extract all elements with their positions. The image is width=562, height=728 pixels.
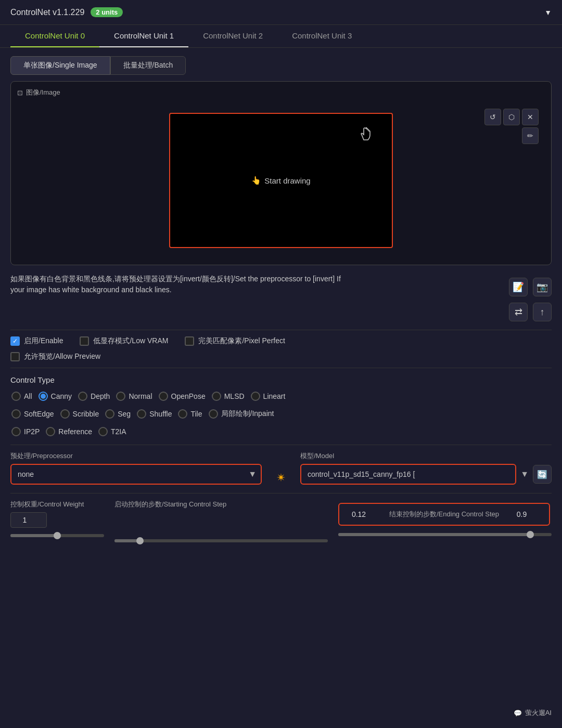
radio-openpose-label: OpenPose	[171, 392, 206, 400]
radio-tile-circle[interactable]	[178, 409, 187, 419]
edit-icon-btn[interactable]: 📝	[509, 278, 528, 296]
radio-reference[interactable]: Reference	[45, 425, 93, 438]
swap-icon-btn[interactable]: ⇄	[509, 303, 528, 321]
model-label: 模型/Model	[300, 451, 552, 461]
edit-button[interactable]: ✏	[522, 127, 539, 144]
ending-step-slider[interactable]	[338, 533, 552, 536]
starting-step-input[interactable]	[344, 507, 381, 522]
pixel-perfect-label: 完美匹配像素/Pixel Perfect	[198, 336, 285, 346]
radio-shuffle-circle[interactable]	[137, 409, 146, 419]
ending-group: 结束控制的步数/Ending Control Step	[338, 500, 552, 536]
radio-seg[interactable]: Seg	[104, 407, 132, 421]
low-vram-label: 低显存模式/Low VRAM	[93, 336, 168, 346]
divider-1	[10, 330, 552, 330]
radio-canny-circle[interactable]	[39, 392, 48, 401]
title-bar: ControlNet v1.1.229 2 units ▼	[0, 0, 562, 25]
tab-unit-0[interactable]: ControlNet Unit 0	[10, 25, 99, 47]
app-container: ControlNet v1.1.229 2 units ▼ ControlNet…	[0, 0, 562, 728]
enable-checkbox-box[interactable]	[10, 336, 20, 346]
pixel-perfect-checkbox[interactable]: 完美匹配像素/Pixel Perfect	[185, 336, 285, 346]
pixel-perfect-checkbox-box[interactable]	[185, 336, 194, 346]
hint-icons: 📝 📷 ⇄ ↑	[509, 278, 552, 321]
radio-grid-row2: SoftEdge Scribble Seg Shuffle Tile 局部绘制/…	[10, 407, 552, 421]
preprocessor-group: 预处理/Preprocessor none ▼	[10, 451, 262, 485]
checkboxes-row-1: 启用/Enable 低显存模式/Low VRAM 完美匹配像素/Pixel Pe…	[10, 336, 552, 346]
radio-reference-circle[interactable]	[46, 427, 55, 436]
radio-mlsd-circle[interactable]	[212, 392, 221, 401]
selectors-row: 预处理/Preprocessor none ▼ ✴ 模型/Model contr…	[10, 451, 552, 485]
controls-bottom: 控制权重/Control Weight 启动控制的步数/Starting Con…	[10, 500, 552, 542]
image-controls-row2: ✏	[484, 127, 539, 144]
model-select[interactable]: control_v11p_sd15_canny_fp16 [	[300, 464, 516, 485]
radio-scribble[interactable]: Scribble	[59, 407, 100, 421]
tab-unit-1[interactable]: ControlNet Unit 1	[99, 25, 188, 47]
radio-openpose[interactable]: OpenPose	[158, 389, 207, 403]
triangle-icon[interactable]: ▼	[544, 8, 552, 17]
inner-tab-batch[interactable]: 批量处理/Batch	[110, 56, 186, 75]
radio-t2ia[interactable]: T2IA	[97, 425, 127, 438]
low-vram-checkbox[interactable]: 低显存模式/Low VRAM	[80, 336, 168, 346]
title-bar-left: ControlNet v1.1.229 2 units	[10, 7, 123, 17]
control-weight-input[interactable]	[10, 512, 47, 528]
preprocessor-select[interactable]: none	[10, 464, 262, 485]
radio-all[interactable]: All	[10, 389, 33, 403]
enable-checkbox[interactable]: 启用/Enable	[10, 336, 63, 346]
low-vram-checkbox-box[interactable]	[80, 336, 89, 346]
radio-inpaint-label: 局部绘制/Inpaint	[221, 409, 274, 419]
main-tabs-bar: ControlNet Unit 0 ControlNet Unit 1 Cont…	[0, 25, 562, 48]
radio-depth[interactable]: Depth	[77, 389, 111, 403]
image-panel: ⊡ 图像/Image 👆 Start drawing	[10, 81, 552, 265]
starting-step-thumb[interactable]	[136, 537, 144, 544]
radio-seg-circle[interactable]	[105, 409, 114, 419]
radio-depth-circle[interactable]	[78, 392, 87, 401]
allow-preview-checkbox[interactable]: 允许预览/Allow Preview	[10, 352, 100, 361]
divider-4	[10, 493, 552, 493]
drawing-hint-text: Start drawing	[264, 176, 310, 185]
radio-inpaint-circle[interactable]	[209, 409, 218, 419]
radio-mlsd[interactable]: MLSD	[211, 389, 246, 403]
radio-softedge[interactable]: SoftEdge	[10, 407, 55, 421]
radio-ip2p[interactable]: IP2P	[10, 425, 41, 438]
tab-unit-2[interactable]: ControlNet Unit 2	[188, 25, 277, 47]
image-canvas[interactable]: 👆 Start drawing	[169, 113, 393, 248]
camera-icon-btn[interactable]: 📷	[533, 278, 552, 296]
radio-softedge-circle[interactable]	[11, 409, 21, 419]
inner-tab-single[interactable]: 单张图像/Single Image	[10, 56, 110, 75]
radio-tile[interactable]: Tile	[177, 407, 203, 421]
image-area-wrapper: 👆 Start drawing ↺ ⬡ ✕ ✏	[17, 102, 545, 258]
rotate-button[interactable]: ↺	[484, 109, 501, 125]
radio-t2ia-label: T2IA	[111, 427, 126, 436]
hint-row: 如果图像有白色背景和黑色线条,请将预处理器设置为[invert/颜色反转]/Se…	[10, 274, 552, 321]
radio-canny[interactable]: Canny	[37, 389, 73, 403]
erase-button[interactable]: ⬡	[503, 109, 520, 125]
radio-all-circle[interactable]	[11, 392, 21, 401]
radio-inpaint[interactable]: 局部绘制/Inpaint	[208, 407, 275, 421]
wechat-icon: 💬	[514, 709, 522, 717]
close-button[interactable]: ✕	[522, 109, 539, 125]
radio-scribble-circle[interactable]	[60, 409, 70, 419]
ending-step-thumb[interactable]	[527, 531, 534, 538]
divider-3	[10, 445, 552, 445]
app-title: ControlNet v1.1.229	[10, 8, 84, 17]
radio-normal-circle[interactable]	[116, 392, 125, 401]
tab-unit-3[interactable]: ControlNet Unit 3	[277, 25, 366, 47]
ending-row: 结束控制的步数/Ending Control Step	[338, 503, 552, 526]
radio-t2ia-circle[interactable]	[98, 427, 108, 436]
starting-step-slider[interactable]	[114, 539, 328, 542]
radio-ip2p-circle[interactable]	[11, 427, 21, 436]
allow-preview-checkbox-box[interactable]	[10, 352, 20, 361]
radio-openpose-circle[interactable]	[159, 392, 168, 401]
radio-normal[interactable]: Normal	[115, 389, 153, 403]
model-reload-button[interactable]: 🔄	[533, 465, 552, 484]
radio-lineart-circle[interactable]	[251, 392, 260, 401]
inner-tabs: 单张图像/Single Image 批量处理/Batch	[10, 56, 552, 75]
radio-shuffle[interactable]: Shuffle	[136, 407, 173, 421]
control-weight-slider[interactable]	[10, 534, 104, 537]
control-weight-thumb[interactable]	[54, 532, 61, 539]
image-label-text: 图像/Image	[26, 88, 60, 97]
radio-softedge-label: SoftEdge	[24, 410, 54, 418]
radio-lineart[interactable]: Lineart	[250, 389, 287, 403]
upload-icon-btn[interactable]: ↑	[533, 303, 552, 321]
allow-preview-label: 允许预览/Allow Preview	[24, 352, 100, 361]
ending-step-input[interactable]	[507, 507, 544, 522]
